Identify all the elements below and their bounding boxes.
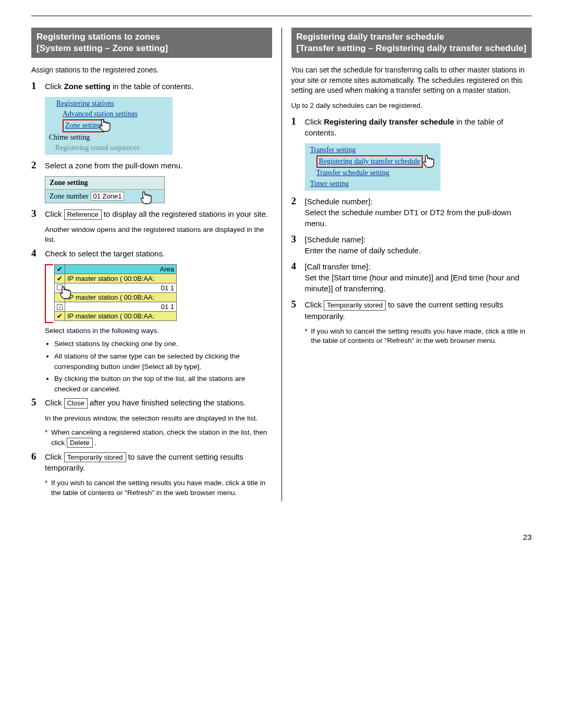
r-step-1: 1 Click Registering daily transfer sched… [291,116,532,138]
r-step-4-desc: Set the [Start time (hour and minute)] a… [305,273,520,293]
step-1-post: in the table of contents. [111,82,193,91]
left-column: Registering stations to zones [System se… [31,28,282,501]
step-1-pre: Click [45,82,64,91]
step-5-post: after you have finished selecting the st… [88,398,246,407]
r-step-5-star-note: If you wish to cancel the setting result… [305,327,532,347]
left-intro: Assign stations to the registered zones. [31,65,272,76]
step-number: 5 [291,299,305,322]
zone-toc-figure: Registering stations Advanced station se… [45,97,272,155]
step-4: 4 Check to select the target stations. [31,248,272,259]
step-4-note-lead: Select stations in the following ways. [45,326,272,336]
station-list-figure: ✔Area ✔IP master station ( 00:0B:AA: 01 … [45,264,272,321]
step-number: 5 [31,397,45,409]
step-number: 3 [291,234,305,256]
right-section-header: Registering daily transfer schedule [Tra… [291,28,532,58]
cursor-icon [97,117,115,134]
heading-line-2: [Transfer setting – Registering daily tr… [297,43,527,53]
r-step-2: 2 [Schedule number]: Select the schedule… [291,196,532,229]
step-3-note: Another window opens and the registered … [45,225,272,245]
step-2: 2 Select a zone from the pull-down menu. [31,160,272,171]
station-row: IP master station ( 00:0B:AA: [65,292,177,302]
step-1-bold: Zone setting [64,82,111,91]
r-step-2-label: [Schedule number]: [305,197,373,206]
step-1-body: Click Zone setting in the table of conte… [45,81,272,92]
step-4-body: Check to select the target stations. [45,248,272,259]
r-step-4-label: [Call transfer time]: [305,262,371,271]
r-step-1-pre: Click [305,117,324,126]
left-steps: 1 Click Zone setting in the table of con… [31,81,272,498]
temporarily-stored-button: Temporarily stored [64,452,126,463]
checkbox-cell: ✓ [55,302,65,311]
close-button: Close [64,398,88,409]
r-step-3-label: [Schedule name]: [305,235,366,244]
r-step-5: 5 Click Temporarily stored to save the c… [291,299,532,322]
r-step-1-bold: Registering daily transfer schedule [324,117,454,126]
step-1: 1 Click Zone setting in the table of con… [31,81,272,92]
toc-label-sound-sequences: Registering sound sequences [55,144,140,152]
zone-number-select: 01 Zone1 [91,192,125,201]
toc-link-registering-stations: Registering stations [56,100,114,107]
right-steps: 1 Click Registering daily transfer sched… [291,116,532,347]
step-3-body: Click Reference to display all the regis… [45,208,272,220]
heading-line-1: Registering stations to zones [36,32,160,42]
step-3-post: to display all the registered stations i… [102,209,268,218]
r-step-5-body: Click Temporarily stored to save the cur… [305,299,532,322]
step-4-bullets: Select stations by checking one by one. … [45,339,272,394]
bullet-item: All stations of the same type can be sel… [54,351,272,372]
cursor-icon [138,189,156,207]
step-5: 5 Click Close after you have finished se… [31,397,272,409]
step-number: 6 [31,451,45,474]
toc-link-timer-setting: Timer setting [310,180,349,188]
two-column-layout: Registering stations to zones [System se… [31,28,532,501]
heading-line-1: Registering daily transfer schedule [297,32,444,42]
step-number: 2 [31,160,45,171]
document-page: Registering stations to zones [System se… [0,0,563,562]
col-header-area: Area [65,264,177,274]
step-6: 6 Click Temporarily stored to save the c… [31,451,272,474]
step-number: 1 [31,81,45,92]
toc-link-zone-setting: Zone setting [65,121,102,129]
r-step-4-body: [Call transfer time]: Set the [Start tim… [305,261,532,294]
r-step-2-desc: Select the schedule number DT1 or DT2 fr… [305,208,511,228]
bullet-item: By clicking the button on the top of the… [54,374,272,394]
step-3-pre: Click [45,209,64,218]
r-step-3-desc: Enter the name of daily schedule. [305,246,421,255]
step-number: 4 [31,248,45,259]
bullet-item: Select stations by checking one by one. [54,339,272,349]
r-step-1-body: Click Registering daily transfer schedul… [305,116,532,138]
step-number: 2 [291,196,305,229]
step-number: 4 [291,261,305,294]
left-section-header: Registering stations to zones [System se… [31,28,272,58]
r-step-4: 4 [Call transfer time]: Set the [Start t… [291,261,532,294]
toc-link-transfer-setting: Transfer setting [310,146,356,154]
transfer-toc-figure: Transfer setting Registering daily trans… [305,143,532,191]
r-step-3-body: [Schedule name]: Enter the name of daily… [305,234,532,256]
r-step-3: 3 [Schedule name]: Enter the name of dai… [291,234,532,256]
heading-line-2: [System setting – Zone setting] [36,43,168,53]
temporarily-stored-button: Temporarily stored [324,300,386,311]
step-number: 1 [291,116,305,138]
r-step-2-body: [Schedule number]: Select the schedule n… [305,196,532,229]
step-5-star-post: . [93,439,97,447]
reference-button: Reference [64,209,102,220]
step-6-pre: Click [45,452,64,461]
checkbox-header: ✔ [55,264,65,274]
zone-number-label: Zone number [50,192,89,200]
station-row: IP master station ( 00:0B:AA: [65,274,177,283]
checkbox-cell: ✔ [55,274,65,283]
right-intro-1: You can set the schedule for transferrin… [291,65,532,96]
delete-button: Delete [67,438,93,448]
toc-label-chime-setting: Chime setting [49,133,90,141]
checkbox-cell: ✔ [55,311,65,320]
step-number: 3 [31,208,45,220]
station-row: IP master station ( 00:0B:AA: [65,311,177,320]
step-6-star-note: If you wish to cancel the setting result… [45,478,272,498]
station-row: 01 1 [65,283,177,292]
step-5-note: In the previous window, the selection re… [45,414,272,424]
toc-link-transfer-schedule: Transfer schedule setting [316,169,389,177]
cursor-icon [57,284,75,302]
red-bracket [45,264,53,323]
step-5-star-note: When canceling a registered station, che… [45,428,272,448]
page-number: 23 [31,533,532,541]
r-step-5-pre: Click [305,300,324,309]
